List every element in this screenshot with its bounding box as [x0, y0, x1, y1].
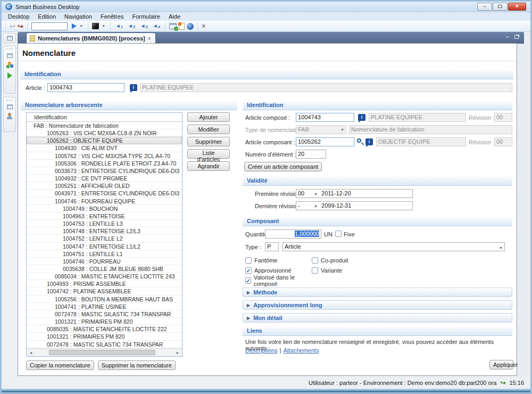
tree-row[interactable]: 1004741 : PLATINE USINEE	[27, 303, 182, 310]
tree-row[interactable]: 1004742 : PLATINE ASSEMBLEE	[27, 288, 182, 295]
menu-item-fen-tres[interactable]: Fenêtres	[96, 13, 128, 21]
tree-row[interactable]: 1004745 : FOURREAU EQUIPE	[27, 198, 182, 205]
menu-item-desktop[interactable]: Desktop	[4, 13, 34, 21]
info-icon[interactable]: i	[358, 114, 365, 121]
checkbox-item-fant-me[interactable]: Fantôme	[245, 255, 312, 265]
tree-row[interactable]: 0043971 : ENTRETOISE CYLINDRIQUE DE6-DI3	[27, 190, 182, 197]
checkbox-co-produit[interactable]	[312, 257, 318, 264]
quantite-input[interactable]: 1,000000	[265, 229, 321, 239]
premiere-revision-field[interactable]: 00 ▼ 2011-12-20	[296, 189, 413, 198]
nav-arrow-3-icon[interactable]: ◄3	[140, 23, 147, 29]
view-minimize-icon[interactable]: –	[506, 34, 509, 39]
menu-item-formulaire[interactable]: Formulaire	[128, 13, 164, 21]
info-icon[interactable]: i	[365, 138, 373, 145]
tree-row[interactable]: 1005263 : VIS CHC M2X6A CL8-8 ZN NOIR	[27, 129, 182, 137]
supprimer-button[interactable]: Supprimer	[187, 137, 230, 146]
run-dropdown-icon[interactable]: ▼	[80, 24, 83, 28]
run-icon[interactable]	[72, 23, 77, 29]
type-code-input[interactable]: P	[265, 242, 279, 251]
chevron-down-icon[interactable]: ▼	[499, 244, 503, 251]
drag-handle-icon[interactable]	[6, 100, 13, 101]
tree-row[interactable]: FAB : Nomenclature de fabrication	[27, 122, 182, 129]
tree-row[interactable]: 1005251 : AFFICHEUR OLED	[27, 182, 182, 190]
user-icon[interactable]	[6, 113, 13, 120]
display-mode-dropdown-icon[interactable]: ▼	[102, 24, 105, 28]
link-descriptions[interactable]: Descriptions	[245, 347, 278, 354]
nav-arrow-2-icon[interactable]: ◄2	[128, 23, 135, 29]
apply-button[interactable]: Appliquer	[489, 360, 513, 370]
tree-row[interactable]: 1004930 : CIE ALIM DVT	[27, 144, 182, 152]
modules-icon[interactable]	[6, 62, 13, 69]
ajouter-button[interactable]: Ajouter	[187, 112, 230, 122]
tree-row[interactable]: 1004993 : PRISME ASSEMBLE	[27, 280, 182, 288]
numero-element-input[interactable]: 20	[296, 150, 326, 159]
tree-row[interactable]: 1004752 : LENTILLE L2	[27, 235, 182, 242]
window-icon[interactable]	[7, 104, 13, 109]
tree-row[interactable]: 1004747 : ENTRETOISE L1/L2	[27, 243, 182, 250]
tree-row[interactable]: 1004932 : CE DVT PRGMEE	[27, 175, 182, 182]
view-restore-icon[interactable]	[514, 35, 519, 39]
type-select[interactable]: Article ▼	[282, 242, 505, 251]
tree-row[interactable]: 1004749 : BOUCHON	[27, 205, 182, 212]
section-collapsed-mon-d-tail[interactable]: ▶Mon détail	[243, 313, 512, 323]
tab-nomenclatures[interactable]: Nomenclatures (BMMG0020) [process] ×	[26, 32, 156, 44]
close-view-icon[interactable]: ×	[202, 22, 205, 30]
tab-close-icon[interactable]: ×	[148, 36, 151, 42]
tree-column-header[interactable]: Identification	[27, 113, 182, 122]
back-arrow-icon[interactable]: ↩	[10, 22, 15, 30]
scroll-left-icon[interactable]: ◄	[27, 349, 35, 356]
command-input[interactable]	[31, 22, 68, 30]
modifier-button[interactable]: Modifier	[187, 125, 230, 134]
tree-row[interactable]: 1004753 : LENTILLE L3	[27, 220, 182, 227]
drag-handle-icon[interactable]	[6, 48, 13, 50]
menu-item-navigation[interactable]: Navigation	[60, 13, 96, 21]
article-composant-input[interactable]: 1005262	[296, 137, 354, 146]
scrollbar-thumb[interactable]	[49, 350, 155, 355]
tree-row[interactable]: 1005306 : RONDELLE PLATE ETROIT Z3 A4-70	[27, 160, 182, 167]
scroll-right-icon[interactable]: ►	[174, 349, 181, 356]
checkbox-fixe[interactable]	[335, 231, 342, 237]
user-session-icon[interactable]	[187, 23, 194, 30]
tree-row[interactable]: 0072478 : MASTIC SILASTIC 734 TRANSPAR	[27, 341, 182, 348]
tree-row[interactable]: 1005262 : OBJECTIF EQUIPE	[27, 137, 182, 144]
tree-row[interactable]: 0033673 : ENTRETOISE CYLINDRIQUE DE6-DI3	[27, 167, 182, 175]
tree-row[interactable]: 1004746 : FOURREAU	[27, 258, 182, 265]
tree-row[interactable]: 1005256 : BOUTON A MEMBRANE HAUT BAS	[27, 296, 182, 303]
tree-row[interactable]: 1004963 : ENTRETOISE	[27, 212, 182, 220]
tree-row[interactable]: 1004751 : LENTILLE L1	[27, 250, 182, 258]
play-icon[interactable]	[7, 72, 12, 79]
tree-row[interactable]: 1004748 : ENTRETOISE L2/L3	[27, 227, 182, 235]
checkbox-item-variante[interactable]: Variante	[312, 265, 469, 275]
copier-la-nomenclature-button[interactable]: Copier la nomenclature	[26, 360, 94, 370]
checkbox-approvisionn[interactable]: ✓	[245, 267, 252, 274]
tree-row[interactable]: 0085035 : MASTIC ETANCHEITE LOCTITE 222	[27, 325, 182, 333]
nav-arrow-1-icon[interactable]: ◄1	[115, 23, 123, 29]
checkbox-valoris-dans-le-compos[interactable]: ✓	[245, 277, 251, 284]
tree-row[interactable]: 1001321 : PRIMAIRES PM 820	[27, 333, 182, 340]
validate-window-icon[interactable]: ✓	[169, 23, 177, 29]
tree-row[interactable]: 1001321 : PRIMAIRES PM 820	[27, 318, 182, 325]
tree-row[interactable]: 0035638 : COLLE JM BLEUE 8680 SHB	[27, 265, 182, 273]
nav-arrow-4-icon[interactable]: ◄4	[153, 23, 160, 29]
maximize-button[interactable]	[493, 3, 508, 11]
menu-item-aide[interactable]: Aide	[164, 13, 185, 21]
checkbox-item-valoris-dans-le-compos[interactable]: ✓Valorisé dans le composé	[245, 275, 312, 285]
info-icon[interactable]: i	[130, 84, 137, 91]
article-input[interactable]: 1004743	[47, 83, 124, 92]
tree-row[interactable]: 0072478 : MASTIC SILASTIC 734 TRANSPAR	[27, 310, 182, 318]
window-icon[interactable]	[7, 53, 13, 58]
liste-d-articles-button[interactable]: Liste d'articles	[187, 149, 230, 159]
checkbox-variante[interactable]	[312, 267, 318, 274]
checkbox-item-co-produit[interactable]: Co-produit	[312, 255, 469, 265]
forward-arrow-icon[interactable]: ↪	[18, 22, 23, 30]
display-mode-icon[interactable]	[92, 23, 99, 29]
agrandir-button[interactable]: Agrandir	[187, 161, 230, 171]
supprimer-la-nomenclature-button[interactable]: Supprimer la nomenclature	[98, 360, 176, 370]
chevron-down-icon[interactable]: ▼	[314, 192, 318, 196]
tree-row[interactable]: 0085034 : MASTIC ETANCHEITE LOCTITE 243	[27, 273, 182, 280]
link-attachements[interactable]: Attachements	[283, 347, 319, 354]
checkbox-fant-me[interactable]	[245, 257, 252, 264]
minimize-button[interactable]: –	[477, 3, 492, 11]
article-compose-input[interactable]: 1004743	[296, 113, 354, 122]
window-icon[interactable]	[7, 36, 13, 40]
